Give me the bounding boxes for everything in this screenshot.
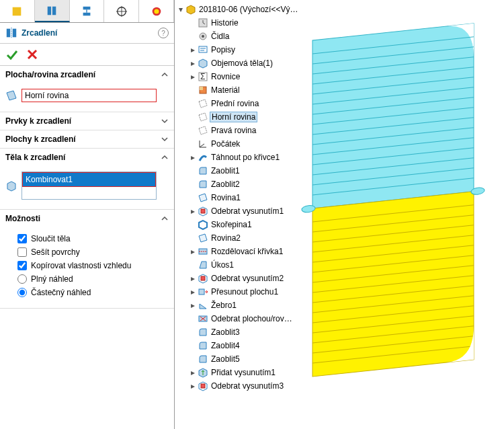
tree-item[interactable]: Rovina2: [187, 231, 309, 245]
feature-tree: ▾ 201810-06 (Výchozí<<Vý… HistorieČidla▸…: [175, 3, 309, 393]
expand-icon[interactable]: [190, 127, 196, 134]
svg-text:Σ: Σ: [200, 72, 205, 81]
option-partialpreview[interactable]: Částečný náhled: [17, 288, 169, 297]
section-header[interactable]: Plocha/rovina zrcadlení: [0, 66, 174, 83]
viewport-3d[interactable]: [289, 13, 504, 417]
tree-item[interactable]: ▸ΣRovnice: [187, 70, 309, 83]
panel-header: Zrcadlení ?: [0, 23, 174, 44]
equations-icon: Σ: [198, 71, 208, 82]
tree-item[interactable]: ▸Odebrat vysunutím2: [187, 272, 309, 285]
cancel-button[interactable]: [26, 48, 39, 61]
expand-icon[interactable]: ▸: [190, 154, 196, 161]
deleteface-icon: [198, 313, 208, 324]
tree-item[interactable]: Zaoblit5: [187, 352, 309, 366]
tree-item[interactable]: ▸Přesunout plochu1: [187, 285, 309, 299]
option-fullpreview[interactable]: Plný náhled: [17, 274, 169, 284]
tree-item-label: Pravá rovina: [210, 126, 257, 135]
tree-item[interactable]: ▸Objemová těla(1): [187, 56, 309, 70]
tree-item[interactable]: ▸Popisy: [187, 43, 309, 56]
tab-config[interactable]: [35, 0, 70, 22]
expand-icon[interactable]: [190, 167, 196, 174]
shell-icon: [198, 219, 208, 230]
expand-icon[interactable]: [190, 33, 196, 40]
chevron-down-icon: [161, 117, 169, 125]
tree-item[interactable]: Odebrat plochou/rov…: [187, 312, 309, 325]
section-header[interactable]: Prvky k zrcadlení: [0, 112, 174, 130]
tree-item[interactable]: Skořepina1: [187, 218, 309, 231]
expand-icon[interactable]: ▸: [190, 73, 196, 80]
expand-icon[interactable]: ▸: [190, 288, 196, 295]
mirror-icon: [5, 27, 17, 39]
expand-icon[interactable]: ▸: [190, 60, 196, 67]
tree-item[interactable]: ▸Odebrat vysunutím3: [187, 379, 309, 393]
tree-root[interactable]: ▾ 201810-06 (Výchozí<<Vý…: [175, 3, 309, 16]
expand-icon[interactable]: [190, 194, 196, 201]
expand-icon[interactable]: [190, 100, 196, 107]
expand-icon[interactable]: ▸: [190, 383, 196, 389]
refplane-icon: [198, 233, 208, 243]
ok-button[interactable]: [5, 48, 19, 61]
expand-icon[interactable]: ▸: [190, 46, 196, 53]
tab-display[interactable]: [70, 0, 105, 22]
tree-item-label: Odebrat vysunutím3: [210, 381, 285, 391]
tree-item[interactable]: Historie: [187, 16, 309, 30]
expand-icon[interactable]: [190, 114, 196, 120]
expand-icon[interactable]: [190, 356, 196, 362]
option-copyprops[interactable]: Kopírovat vlastnosti vzhledu: [17, 261, 169, 270]
expand-icon[interactable]: ▸: [190, 208, 196, 214]
expand-icon[interactable]: ▸: [190, 275, 196, 282]
help-icon[interactable]: ?: [158, 28, 169, 38]
mirror-plane-input[interactable]: [22, 89, 157, 102]
section-header[interactable]: Těla k zrcadlení: [0, 149, 174, 166]
option-knit[interactable]: Sešít povrchy: [17, 247, 169, 257]
expand-icon[interactable]: [190, 329, 196, 336]
expand-icon[interactable]: ▸: [190, 302, 196, 309]
tree-item[interactable]: Zaoblit1: [187, 164, 309, 178]
panel-tabbar: [0, 0, 174, 23]
fillet-icon: [198, 354, 208, 364]
tree-item[interactable]: Přední rovina: [187, 97, 309, 110]
tree-item[interactable]: Počátek: [187, 137, 309, 151]
expand-icon[interactable]: [190, 141, 196, 147]
tree-item[interactable]: ▸Táhnout po křivce1: [187, 151, 309, 164]
collapse-icon[interactable]: ▾: [177, 6, 184, 13]
fillet-icon: [198, 327, 208, 338]
tree-item[interactable]: Horní rovina: [187, 110, 309, 124]
tree-item[interactable]: Zaoblit2: [187, 178, 309, 191]
tree-item[interactable]: Rovina1: [187, 191, 309, 204]
tab-appearance[interactable]: [139, 0, 174, 22]
svg-rect-22: [199, 46, 207, 52]
expand-icon[interactable]: [190, 342, 196, 349]
section-header[interactable]: Plochy k zrcadlení: [0, 130, 174, 148]
tree-item[interactable]: Zaoblit4: [187, 339, 309, 352]
tree-item[interactable]: ▸Přidat vysunutím1: [187, 366, 309, 379]
expand-icon[interactable]: [190, 221, 196, 228]
body-selection[interactable]: Kombinovat1: [23, 173, 155, 186]
graphics-area[interactable]: ▾ 201810-06 (Výchozí<<Vý… HistorieČidla▸…: [175, 0, 504, 429]
expand-icon[interactable]: [190, 235, 196, 241]
fillet-icon: [198, 340, 208, 351]
tree-item[interactable]: Čidla: [187, 30, 309, 43]
tree-item[interactable]: ▸Odebrat vysunutím1: [187, 204, 309, 218]
expand-icon[interactable]: [190, 181, 196, 188]
annotations-icon: [198, 44, 208, 55]
tree-item[interactable]: Úkos1: [187, 258, 309, 272]
section-header[interactable]: Možnosti: [0, 210, 174, 227]
expand-icon[interactable]: [190, 262, 196, 268]
origin-icon: [198, 139, 208, 149]
tree-item[interactable]: Materiál: [187, 83, 309, 97]
expand-icon[interactable]: ▸: [190, 369, 196, 376]
tree-item[interactable]: ▸Rozdělovací křivka1: [187, 245, 309, 258]
tree-item[interactable]: Zaoblit3: [187, 325, 309, 339]
tab-features[interactable]: [0, 0, 35, 22]
expand-icon[interactable]: [190, 20, 196, 26]
panel-title: Zrcadlení: [22, 28, 158, 38]
tree-item[interactable]: Pravá rovina: [187, 124, 309, 137]
tree-item-label: Objemová těla(1): [210, 58, 274, 68]
expand-icon[interactable]: ▸: [190, 248, 196, 255]
expand-icon[interactable]: [190, 315, 196, 322]
option-merge[interactable]: Sloučit těla: [17, 234, 169, 243]
tab-evaluate[interactable]: [104, 0, 139, 22]
expand-icon[interactable]: [190, 87, 196, 93]
tree-item[interactable]: ▸Žebro1: [187, 299, 309, 312]
